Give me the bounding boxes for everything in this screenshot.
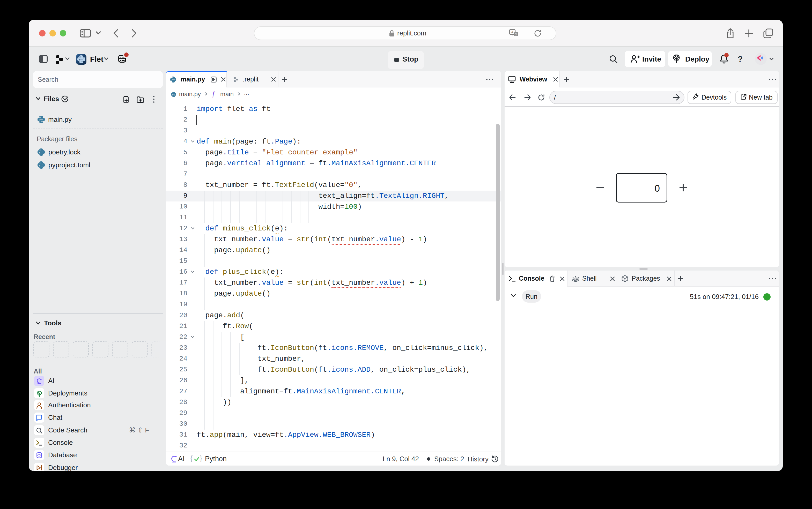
svg-text:A: A [511, 30, 514, 34]
svg-text:X: X [515, 33, 517, 36]
